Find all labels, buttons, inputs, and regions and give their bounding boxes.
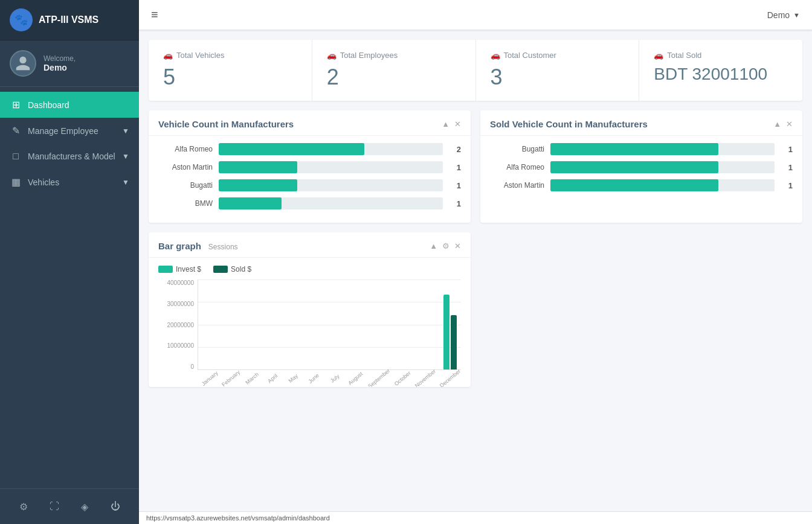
legend-item: Invest $ xyxy=(158,265,201,273)
sidebar-item-vehicles[interactable]: ▦ Vehicles ▼ xyxy=(0,169,139,195)
bar-count: 1 xyxy=(781,163,793,172)
user-name: Demo xyxy=(44,63,76,72)
dashboard-icon: ⊞ xyxy=(10,99,22,110)
bargraph-title-area: Bar graph Sessions xyxy=(158,241,238,251)
bar-label: Alfa Romeo xyxy=(158,145,213,153)
bar-track xyxy=(219,179,443,191)
sidebar-item-label: Vehicles xyxy=(28,177,116,187)
bar-count: 1 xyxy=(449,199,461,208)
topbar: ≡ Demo ▼ xyxy=(139,0,812,30)
bar-row: Aston Martin 1 xyxy=(158,161,461,173)
fullscreen-icon[interactable]: ⛶ xyxy=(45,497,63,516)
sold-count-title: Sold Vehicle Count in Manufacturers xyxy=(490,119,648,129)
x-axis-label: October xyxy=(393,369,413,387)
avatar xyxy=(10,50,36,77)
x-axis-label: March xyxy=(242,369,262,387)
x-axis-label: September xyxy=(367,368,391,387)
close-icon[interactable]: ✕ xyxy=(454,241,461,251)
bar-count: 1 xyxy=(781,145,793,154)
widget-controls: ▲ ✕ xyxy=(773,120,793,129)
chevron-down-icon: ▼ xyxy=(122,152,129,161)
bar-graph-widget: Bar graph Sessions ▲ ⚙ ✕ Invest $Sold $ … xyxy=(149,232,471,387)
bar-label: BMW xyxy=(158,199,213,208)
bar-fill xyxy=(550,161,718,173)
total-employees-label: Total Employees xyxy=(340,51,398,60)
sidebar-item-manage-employee[interactable]: ✎ Manage Employee ▼ xyxy=(0,118,139,144)
sidebar-footer: ⚙ ⛶ ◈ ⏻ xyxy=(0,488,139,524)
sidebar-item-label: Manufacturers & Model xyxy=(28,152,116,161)
bargraph-title: Bar graph xyxy=(158,241,201,251)
status-url: https://vsmsatp3.azurewebsites.net/vsmsa… xyxy=(146,514,330,522)
chart-legend: Invest $Sold $ xyxy=(158,265,461,273)
bargraph-header: Bar graph Sessions ▲ ⚙ ✕ xyxy=(149,232,471,258)
nav-menu: ⊞ Dashboard ✎ Manage Employee ▼ □ Manufa… xyxy=(0,87,139,488)
bargraph-subtitle: Sessions xyxy=(208,243,238,251)
welcome-text: Welcome, xyxy=(44,54,76,63)
stat-total-employees: 🚗 Total Employees 2 xyxy=(312,40,476,101)
bar-count: 2 xyxy=(449,145,461,154)
sidebar-item-dashboard[interactable]: ⊞ Dashboard xyxy=(0,92,139,118)
legend-label: Invest $ xyxy=(176,265,201,273)
bar-track xyxy=(550,161,775,173)
hamburger-button[interactable]: ≡ xyxy=(151,8,158,22)
sidebar-item-manufacturers-model[interactable]: □ Manufacturers & Model ▼ xyxy=(0,144,139,169)
bar-track xyxy=(550,179,775,191)
x-axis-label: June xyxy=(304,369,324,387)
bargraph-body: Invest $Sold $ 4000000030000000200000001… xyxy=(149,258,471,387)
sidebar-item-label: Dashboard xyxy=(28,100,129,110)
bar-row: Aston Martin 1 xyxy=(490,179,793,191)
legend-color xyxy=(158,266,173,273)
statusbar: https://vsmsatp3.azurewebsites.net/vsmsa… xyxy=(139,511,812,524)
stat-total-customer: 🚗 Total Customer 3 xyxy=(476,40,640,101)
settings-icon[interactable]: ⚙ xyxy=(442,241,450,251)
legend-label: Sold $ xyxy=(231,265,251,273)
total-sold-value: BDT 32001100 xyxy=(654,65,788,84)
user-menu[interactable]: Demo ▼ xyxy=(767,10,800,20)
sold-bar xyxy=(451,315,457,369)
collapse-icon[interactable]: ▲ xyxy=(442,120,450,129)
sold-count-widget: Sold Vehicle Count in Manufacturers ▲ ✕ … xyxy=(480,110,802,223)
code-icon[interactable]: ◈ xyxy=(76,497,94,516)
bar-row: Bugatti 1 xyxy=(158,179,461,191)
total-customer-value: 3 xyxy=(491,65,625,90)
bar-count: 1 xyxy=(449,163,461,172)
bar-row: BMW 1 xyxy=(158,197,461,209)
bar-label: Aston Martin xyxy=(490,181,544,190)
bar-row: Alfa Romeo 2 xyxy=(158,143,461,155)
close-icon[interactable]: ✕ xyxy=(786,120,793,129)
bar-track xyxy=(550,143,775,155)
bar-label: Aston Martin xyxy=(158,163,213,171)
x-axis-label: May xyxy=(283,369,303,387)
manufacturers-icon: □ xyxy=(10,151,22,162)
chart-bar-group xyxy=(439,295,461,369)
bar-fill xyxy=(550,143,718,155)
employee-stat-icon: 🚗 xyxy=(327,51,337,60)
bottom-row: Bar graph Sessions ▲ ⚙ ✕ Invest $Sold $ … xyxy=(149,232,802,387)
legend-item: Sold $ xyxy=(213,265,251,273)
page-content: 🚗 Total Vehicles 5 🚗 Total Employees 2 🚗… xyxy=(139,30,812,511)
sidebar-item-label: Manage Employee xyxy=(28,126,116,136)
collapse-icon[interactable]: ▲ xyxy=(430,241,437,251)
bar-fill xyxy=(219,197,282,209)
vehicle-count-widget: Vehicle Count in Manufacturers ▲ ✕ Alfa … xyxy=(149,110,471,223)
y-axis-label: 10000000 xyxy=(158,342,194,349)
chevron-down-icon: ▼ xyxy=(122,178,129,187)
close-icon[interactable]: ✕ xyxy=(454,120,461,129)
y-axis: 400000003000000020000000100000000 xyxy=(158,280,198,370)
settings-icon[interactable]: ⚙ xyxy=(14,497,33,516)
collapse-icon[interactable]: ▲ xyxy=(773,120,781,129)
bar-track xyxy=(219,143,443,155)
y-axis-label: 30000000 xyxy=(158,301,194,307)
power-icon[interactable]: ⏻ xyxy=(106,497,124,516)
x-axis-label: July xyxy=(325,369,345,387)
user-area: Welcome, Demo xyxy=(0,40,139,87)
x-axis-label: February xyxy=(221,369,241,387)
main-content: ≡ Demo ▼ 🚗 Total Vehicles 5 🚗 Total Empl… xyxy=(139,0,812,524)
chevron-down-icon: ▼ xyxy=(793,11,800,19)
x-axis: JanuaryFebruaryMarchAprilMayJuneJulyAugu… xyxy=(198,375,461,382)
legend-color xyxy=(213,266,228,273)
x-axis-label: April xyxy=(263,369,283,387)
sold-count-body: Bugatti 1 Alfa Romeo 1 Aston Martin 1 xyxy=(480,136,802,205)
bar-count: 1 xyxy=(781,181,793,190)
bar-label: Bugatti xyxy=(158,181,213,190)
